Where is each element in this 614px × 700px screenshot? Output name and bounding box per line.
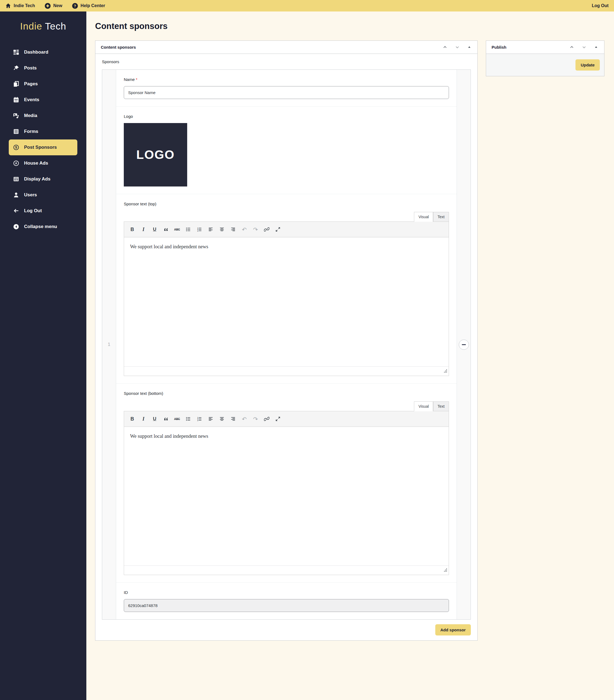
sidebar-item-posts[interactable]: Posts (0, 60, 86, 76)
move-down-icon[interactable] (581, 44, 587, 50)
underline-icon[interactable]: U (150, 414, 159, 424)
editor-content-bottom[interactable]: We support local and independent news (124, 427, 449, 565)
name-input[interactable] (124, 86, 449, 99)
blockquote-icon[interactable] (161, 225, 171, 234)
logo-field-row: Logo LOGO (116, 107, 457, 194)
calendar-icon (13, 97, 19, 103)
sidebar-item-label: Posts (24, 65, 37, 71)
logo-label: Logo (124, 114, 449, 119)
redo-icon[interactable]: ↷ (251, 225, 260, 234)
redo-icon[interactable]: ↷ (251, 414, 260, 424)
remove-row-icon[interactable] (459, 340, 469, 350)
text-tab[interactable]: Text (433, 401, 449, 411)
admin-bar-logout-link[interactable]: Log Out (592, 3, 609, 8)
publish-postbox: Publish Update (486, 40, 604, 76)
id-label: ID (124, 590, 449, 595)
strikethrough-icon[interactable]: ABC (172, 414, 182, 424)
display-ads-icon (13, 176, 19, 182)
admin-bar-help-link[interactable]: ? Help Center (72, 3, 105, 9)
id-input[interactable] (124, 599, 449, 612)
sidebar-item-label: Post Sponsors (24, 145, 57, 150)
resize-grip-icon[interactable] (443, 568, 447, 572)
user-icon (13, 192, 19, 198)
toggle-panel-icon[interactable] (467, 45, 472, 50)
align-left-icon[interactable] (206, 225, 216, 234)
main-content: Content sponsors Content sponsors Sponso… (86, 12, 614, 700)
numbered-list-icon[interactable]: 123 (194, 225, 204, 234)
link-icon[interactable] (262, 414, 272, 424)
link-icon[interactable] (262, 225, 272, 234)
bold-icon[interactable]: B (127, 414, 137, 424)
fullscreen-icon[interactable] (273, 414, 283, 424)
blockquote-icon[interactable] (161, 414, 171, 424)
italic-icon[interactable]: I (139, 225, 149, 234)
sidebar-item-post-sponsors[interactable]: $ Post Sponsors (9, 139, 77, 155)
editor-content-top[interactable]: We support local and independent news (124, 237, 449, 366)
editor-tabs: Visual Text (124, 400, 449, 411)
media-icon (13, 113, 19, 119)
sponsor-text-top-label: Sponsor text (top) (124, 201, 449, 206)
editor-statusbar (124, 366, 449, 376)
sidebar-item-pages[interactable]: Pages (0, 76, 86, 92)
sidebar-item-house-ads[interactable]: House Ads (0, 155, 86, 171)
admin-bar-logout-label: Log Out (592, 3, 609, 8)
align-right-icon[interactable] (228, 414, 238, 424)
underline-icon[interactable]: U (150, 225, 159, 234)
row-remove-column (457, 70, 471, 619)
sidebar-item-display-ads[interactable]: Display Ads (0, 171, 86, 187)
bolt-circle-icon (13, 160, 19, 166)
site-logo[interactable]: Indie Tech (2, 21, 84, 32)
sidebar-item-label: Display Ads (24, 176, 51, 182)
sponsor-logo-image[interactable]: LOGO (124, 123, 187, 187)
toggle-panel-icon[interactable] (593, 45, 599, 50)
sidebar-item-forms[interactable]: Forms (0, 124, 86, 139)
undo-icon[interactable]: ↶ (239, 414, 249, 424)
row-fields: Name* Logo LOGO (116, 70, 457, 619)
bold-icon[interactable]: B (127, 225, 137, 234)
id-field-row: ID (116, 583, 457, 619)
sidebar-item-users[interactable]: Users (0, 187, 86, 203)
sidebar-item-logout[interactable]: Log Out (0, 203, 86, 219)
row-order-handle[interactable]: 1 (102, 70, 116, 619)
sidebar-item-label: Collapse menu (24, 224, 57, 229)
sidebar-item-media[interactable]: Media (0, 108, 86, 124)
visual-tab[interactable]: Visual (414, 401, 433, 411)
dashboard-icon (13, 49, 19, 55)
plus-circle-icon (45, 3, 51, 9)
resize-grip-icon[interactable] (443, 369, 447, 373)
add-sponsor-button[interactable]: Add sponsor (435, 624, 471, 636)
admin-bar-new-link[interactable]: New (45, 3, 62, 9)
italic-icon[interactable]: I (139, 414, 149, 424)
home-icon (5, 3, 11, 9)
sidebar-menu: Dashboard Posts Pages Events (0, 44, 86, 235)
align-center-icon[interactable] (217, 225, 227, 234)
align-right-icon[interactable] (228, 225, 238, 234)
move-up-icon[interactable] (569, 44, 575, 50)
page-title: Content sponsors (95, 21, 604, 31)
align-center-icon[interactable] (217, 414, 227, 424)
sidebar-item-label: House Ads (24, 161, 48, 166)
wysiwyg-editor-top: Visual Text B I U (124, 211, 449, 376)
sidebar-item-events[interactable]: Events (0, 92, 86, 108)
move-down-icon[interactable] (455, 44, 460, 50)
numbered-list-icon[interactable]: 123 (194, 414, 204, 424)
sidebar-item-dashboard[interactable]: Dashboard (0, 44, 86, 60)
text-tab[interactable]: Text (433, 212, 449, 222)
bullet-list-icon[interactable] (183, 414, 193, 424)
question-circle-icon: ? (72, 3, 78, 9)
required-asterisk: * (136, 77, 138, 82)
pushpin-icon (13, 65, 19, 71)
sidebar-item-collapse-menu[interactable]: Collapse menu (0, 219, 86, 235)
update-button[interactable]: Update (575, 59, 600, 71)
undo-icon[interactable]: ↶ (239, 225, 249, 234)
sidebar-item-label: Dashboard (24, 50, 48, 55)
admin-bar-help-label: Help Center (81, 3, 105, 8)
admin-bar-site-link[interactable]: Indie Tech (5, 3, 35, 9)
editor-statusbar (124, 565, 449, 575)
visual-tab[interactable]: Visual (414, 212, 433, 222)
fullscreen-icon[interactable] (273, 225, 283, 234)
strikethrough-icon[interactable]: ABC (172, 225, 182, 234)
align-left-icon[interactable] (206, 414, 216, 424)
move-up-icon[interactable] (442, 44, 448, 50)
bullet-list-icon[interactable] (183, 225, 193, 234)
